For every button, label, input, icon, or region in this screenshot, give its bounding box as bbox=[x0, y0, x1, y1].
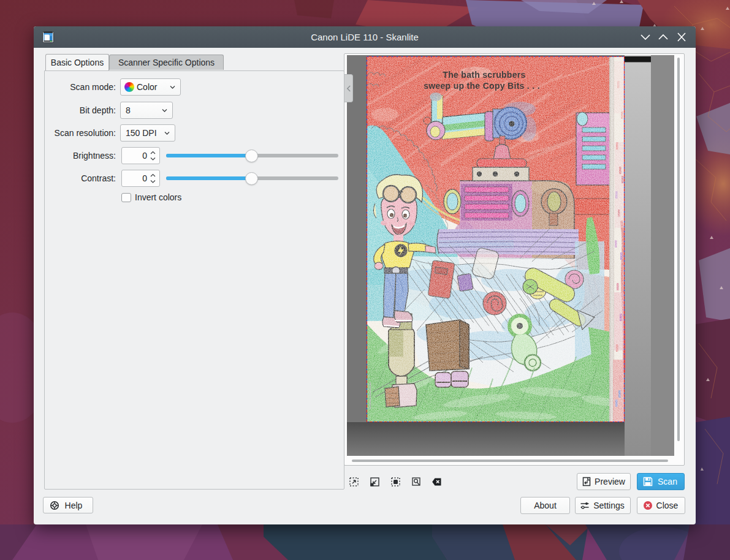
svg-text:The bath scrubbers: The bath scrubbers bbox=[443, 70, 525, 80]
svg-text:sweep up the Copy Bits . . .: sweep up the Copy Bits . . . bbox=[424, 81, 540, 91]
